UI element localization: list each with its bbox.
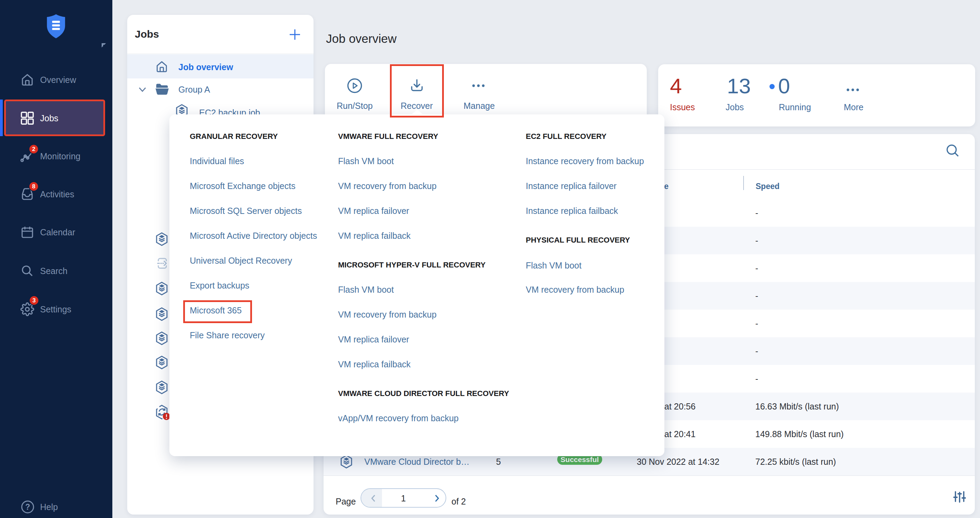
svg-text:?: ? (25, 502, 30, 512)
